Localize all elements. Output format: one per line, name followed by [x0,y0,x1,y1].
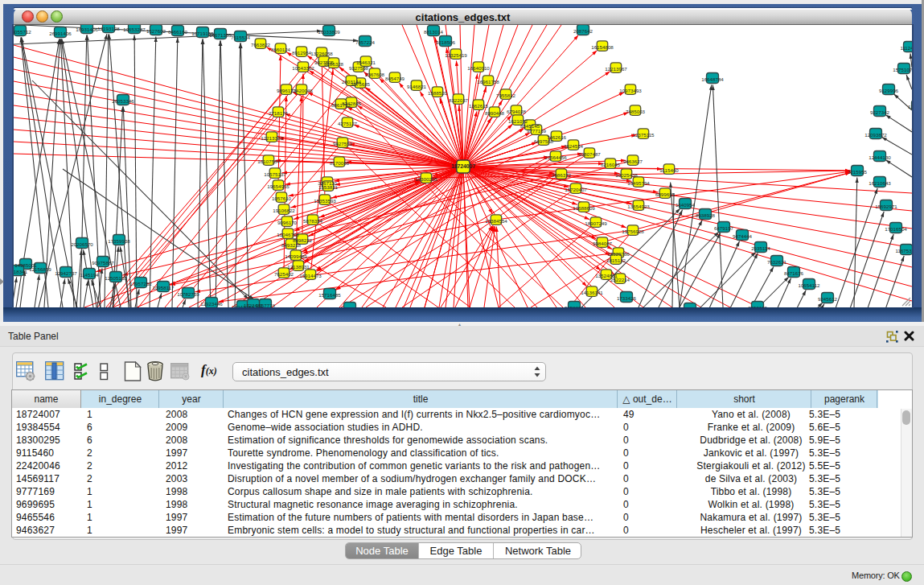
svg-text:19654955: 19654955 [267,183,290,189]
svg-text:15720407: 15720407 [565,187,587,192]
svg-text:14055712: 14055712 [14,29,31,35]
svg-text:1640954: 1640954 [676,202,696,208]
svg-text:18907249: 18907249 [585,220,607,226]
svg-text:21564456: 21564456 [544,154,567,160]
svg-text:1733426: 1733426 [617,295,637,301]
svg-text:8186328: 8186328 [324,61,344,67]
svg-text:16033809: 16033809 [318,29,340,35]
svg-text:13226058: 13226058 [310,51,333,56]
svg-text:19106822: 19106822 [273,208,295,213]
svg-text:8170066: 8170066 [330,160,350,166]
svg-text:1362615: 1362615 [469,103,489,109]
svg-text:6216045: 6216045 [601,162,621,167]
svg-text:10653287: 10653287 [123,27,146,32]
svg-text:15716485: 15716485 [318,292,341,298]
svg-text:2718176: 2718176 [269,110,289,116]
svg-text:6497568: 6497568 [534,138,554,144]
svg-text:10973493: 10973493 [619,88,642,93]
svg-text:9658301: 9658301 [565,305,585,307]
svg-text:1145194: 1145194 [80,272,99,278]
svg-text:6899695: 6899695 [655,192,676,197]
svg-text:10575137: 10575137 [264,171,286,177]
svg-text:7857224: 7857224 [355,39,376,45]
svg-text:20206570: 20206570 [71,241,93,247]
svg-text:5878354: 5878354 [303,218,323,224]
svg-text:15495794: 15495794 [627,180,650,186]
svg-text:12923446: 12923446 [200,301,223,307]
svg-text:9227342: 9227342 [870,109,890,115]
svg-text:2450112: 2450112 [748,305,767,307]
svg-text:10046708: 10046708 [277,232,299,237]
svg-text:12193128: 12193128 [97,26,120,31]
svg-text:16640910: 16640910 [467,65,490,71]
svg-text:3215955: 3215955 [848,169,868,175]
svg-text:15353593: 15353593 [314,198,336,204]
svg-text:7485003: 7485003 [626,109,646,114]
svg-text:1546321: 1546321 [356,60,376,65]
svg-text:12444130: 12444130 [869,154,891,160]
svg-text:1542366: 1542366 [911,127,912,133]
svg-text:12093872: 12093872 [864,132,887,138]
svg-text:9245612: 9245612 [818,296,838,302]
svg-text:12942737: 12942737 [55,270,77,276]
svg-text:7625402: 7625402 [274,271,294,277]
svg-text:2367608: 2367608 [365,72,385,77]
svg-text:16671355: 16671355 [209,32,232,38]
svg-text:4275127: 4275127 [338,121,358,126]
svg-text:9777169: 9777169 [527,128,547,134]
svg-text:2803144: 2803144 [342,79,362,84]
svg-text:12213967: 12213967 [605,66,627,72]
svg-text:9245551: 9245551 [340,306,360,307]
svg-text:90975887: 90975887 [92,260,114,266]
svg-text:19756928: 19756928 [622,229,644,234]
svg-text:8813014: 8813014 [424,29,444,35]
svg-text:10025438: 10025438 [615,172,638,178]
svg-text:1553821: 1553821 [318,184,339,190]
svg-text:12505135: 12505135 [105,275,127,281]
svg-text:16648784: 16648784 [701,76,724,82]
svg-text:8990448: 8990448 [485,110,505,116]
svg-text:12213383: 12213383 [261,135,283,141]
svg-text:9096170: 9096170 [277,220,298,225]
svg-text:15692971: 15692971 [875,204,897,209]
svg-text:14099489: 14099489 [285,253,307,259]
svg-text:1815132: 1815132 [606,257,626,263]
svg-text:3918341: 3918341 [14,269,28,274]
svg-text:10688609: 10688609 [573,205,595,211]
svg-text:9218506: 9218506 [436,39,456,45]
svg-text:7632621: 7632621 [767,259,787,265]
svg-text:10782759: 10782759 [177,291,199,297]
svg-text:10958117: 10958117 [152,285,175,290]
svg-text:14136141: 14136141 [581,290,603,295]
svg-text:16931406: 16931406 [76,27,98,32]
svg-text:8322037: 8322037 [449,97,469,103]
svg-text:7663822: 7663822 [251,42,271,47]
svg-text:19384554: 19384554 [485,218,507,224]
svg-text:9474444: 9474444 [733,233,753,239]
svg-text:12138931: 12138931 [287,264,310,270]
svg-text:2986372: 2986372 [552,172,572,178]
svg-text:8471676: 8471676 [784,270,804,276]
svg-text:26991406: 26991406 [49,31,72,36]
svg-text:8660124: 8660124 [271,47,291,52]
svg-text:16320786: 16320786 [607,251,630,257]
svg-text:10654112: 10654112 [798,282,820,288]
svg-text:9463627: 9463627 [623,159,643,164]
svg-text:16961758: 16961758 [477,79,499,84]
svg-text:1332541: 1332541 [908,104,912,109]
svg-text:8938928: 8938928 [696,212,716,218]
svg-text:1112480: 1112480 [900,45,912,51]
svg-text:13654923: 13654923 [627,204,650,209]
svg-text:9984067: 9984067 [593,241,613,246]
svg-text:7515534: 7515534 [231,35,251,40]
svg-text:10807487: 10807487 [578,151,601,157]
svg-text:2935114: 2935114 [751,245,770,251]
svg-text:9327508: 9327508 [349,65,369,71]
svg-text:9146821: 9146821 [407,84,427,89]
svg-text:11675312: 11675312 [895,248,912,253]
svg-text:9129996: 9129996 [879,88,899,93]
svg-text:17016504: 17016504 [885,226,907,232]
svg-text:2087642: 2087642 [573,28,593,34]
svg-text:2522214: 2522214 [610,277,630,282]
svg-text:12375115: 12375115 [632,132,655,138]
